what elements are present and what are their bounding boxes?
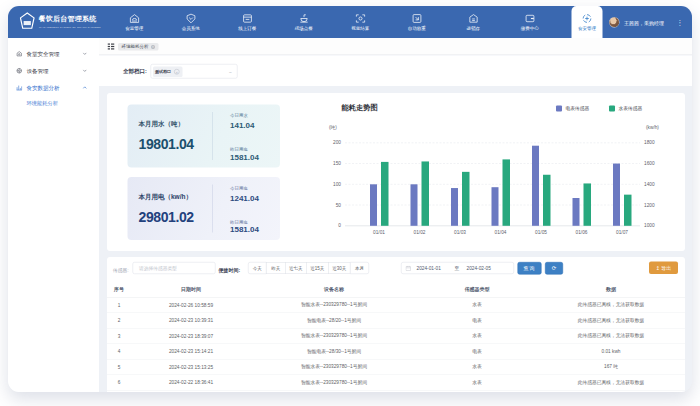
svg-text:01/01: 01/01	[373, 230, 385, 235]
svg-text:100: 100	[333, 182, 341, 187]
svg-text:200: 200	[333, 140, 341, 145]
svg-text:01/04: 01/04	[495, 230, 507, 235]
svg-text:1600: 1600	[644, 161, 655, 166]
svg-text:01/05: 01/05	[535, 230, 547, 235]
svg-text:150: 150	[333, 161, 341, 166]
svg-text:01/03: 01/03	[454, 230, 466, 235]
svg-text:(吨): (吨)	[329, 125, 337, 130]
svg-text:1400: 1400	[644, 182, 655, 187]
svg-text:01/02: 01/02	[414, 230, 426, 235]
svg-text:01/06: 01/06	[576, 230, 588, 235]
svg-text:1000: 1000	[644, 223, 655, 228]
svg-text:1200: 1200	[644, 203, 655, 208]
svg-text:50: 50	[336, 203, 342, 208]
svg-text:1800: 1800	[644, 140, 655, 145]
svg-text:0: 0	[338, 223, 341, 228]
svg-text:(kw/h): (kw/h)	[646, 125, 659, 130]
svg-text:01/07: 01/07	[616, 230, 628, 235]
